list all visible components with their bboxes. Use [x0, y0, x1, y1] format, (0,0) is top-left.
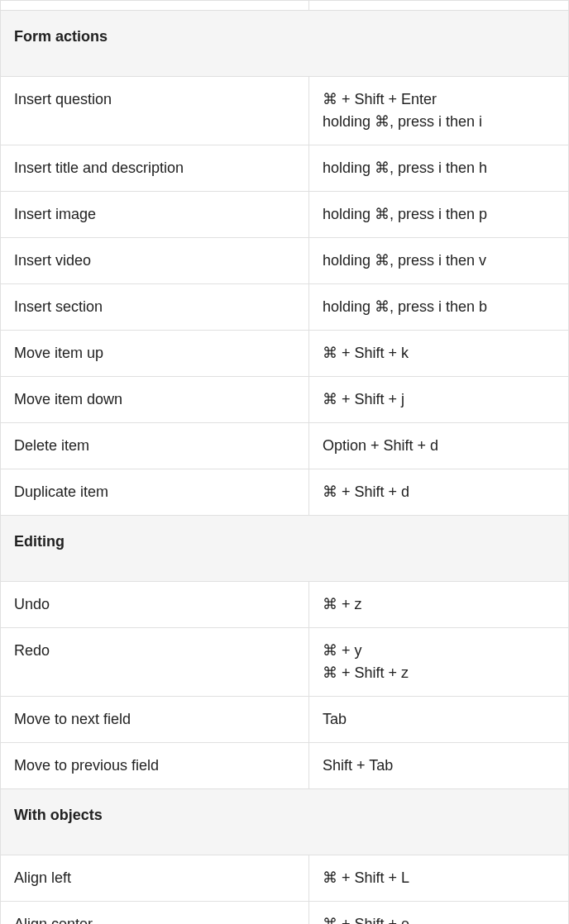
table-row: Insert title and descriptionholding ⌘, p… — [1, 145, 569, 192]
shortcut-text: Shift + Tab — [323, 755, 555, 777]
table-row: Move to previous fieldShift + Tab — [1, 743, 569, 789]
shortcut-cell: ⌘ + Shift + k — [309, 331, 569, 377]
shortcut-text: ⌘ + Shift + L — [323, 867, 555, 889]
shortcut-text: ⌘ + Shift + Enter — [323, 88, 555, 111]
action-cell: Insert video — [1, 238, 309, 284]
shortcut-text: Tab — [323, 708, 555, 731]
action-cell: Insert section — [1, 284, 309, 331]
table-row: Delete itemOption + Shift + d — [1, 423, 569, 469]
shortcut-cell: ⌘ + z — [309, 582, 569, 628]
section-title: Form actions — [1, 11, 569, 77]
table-row: Align center⌘ + Shift + e — [1, 902, 569, 925]
action-cell: Duplicate item — [1, 469, 309, 516]
table-row: Insert sectionholding ⌘, press i then b — [1, 284, 569, 331]
shortcut-text: ⌘ + Shift + z — [323, 662, 555, 684]
action-cell: Move item down — [1, 377, 309, 423]
shortcut-cell: holding ⌘, press i then h — [309, 145, 569, 192]
shortcut-text: holding ⌘, press i then b — [323, 296, 555, 318]
action-cell: Insert question — [1, 77, 309, 145]
shortcut-cell: holding ⌘, press i then v — [309, 238, 569, 284]
table-row: Align left⌘ + Shift + L — [1, 855, 569, 902]
action-cell: Insert image — [1, 192, 309, 238]
shortcut-cell: Option + Shift + d — [309, 423, 569, 469]
shortcut-text: holding ⌘, press i then v — [323, 250, 555, 272]
shortcut-text: Option + Shift + d — [323, 435, 555, 457]
table-row: Duplicate item⌘ + Shift + d — [1, 469, 569, 516]
shortcut-text: ⌘ + Shift + k — [323, 342, 555, 364]
shortcut-cell: ⌘ + Shift + j — [309, 377, 569, 423]
shortcut-cell: ⌘ + Shift + L — [309, 855, 569, 902]
action-cell: Redo — [1, 628, 309, 697]
shortcuts-table: Form actionsInsert question⌘ + Shift + E… — [0, 0, 569, 924]
action-cell: Align center — [1, 902, 309, 925]
action-cell: Move to next field — [1, 697, 309, 743]
section-title: With objects — [1, 789, 569, 855]
table-row: Move to next fieldTab — [1, 697, 569, 743]
section-header: Editing — [1, 516, 569, 582]
table-row: Undo⌘ + z — [1, 582, 569, 628]
table-top-stub — [1, 1, 569, 11]
shortcut-cell: Tab — [309, 697, 569, 743]
action-cell: Delete item — [1, 423, 309, 469]
shortcut-text: ⌘ + y — [323, 640, 555, 662]
table-row: Insert videoholding ⌘, press i then v — [1, 238, 569, 284]
action-cell: Align left — [1, 855, 309, 902]
shortcut-text: holding ⌘, press i then h — [323, 157, 555, 179]
shortcut-text: ⌘ + Shift + d — [323, 481, 555, 503]
table-row: Move item down⌘ + Shift + j — [1, 377, 569, 423]
section-header: Form actions — [1, 11, 569, 77]
shortcut-text: ⌘ + z — [323, 593, 555, 616]
shortcut-text: holding ⌘, press i then p — [323, 203, 555, 226]
shortcut-cell: ⌘ + Shift + Enterholding ⌘, press i then… — [309, 77, 569, 145]
shortcut-text: ⌘ + Shift + j — [323, 388, 555, 411]
shortcut-cell: holding ⌘, press i then p — [309, 192, 569, 238]
shortcut-cell: holding ⌘, press i then b — [309, 284, 569, 331]
shortcut-cell: ⌘ + Shift + d — [309, 469, 569, 516]
table-row: Insert question⌘ + Shift + Enterholding … — [1, 77, 569, 145]
shortcut-cell: Shift + Tab — [309, 743, 569, 789]
shortcut-text: ⌘ + Shift + e — [323, 913, 555, 924]
table-row: Move item up⌘ + Shift + k — [1, 331, 569, 377]
shortcut-text: holding ⌘, press i then i — [323, 111, 555, 133]
action-cell: Move to previous field — [1, 743, 309, 789]
section-title: Editing — [1, 516, 569, 582]
section-header: With objects — [1, 789, 569, 855]
action-cell: Insert title and description — [1, 145, 309, 192]
shortcut-cell: ⌘ + Shift + e — [309, 902, 569, 925]
action-cell: Undo — [1, 582, 309, 628]
shortcut-cell: ⌘ + y⌘ + Shift + z — [309, 628, 569, 697]
action-cell: Move item up — [1, 331, 309, 377]
table-row: Redo⌘ + y⌘ + Shift + z — [1, 628, 569, 697]
table-row: Insert imageholding ⌘, press i then p — [1, 192, 569, 238]
